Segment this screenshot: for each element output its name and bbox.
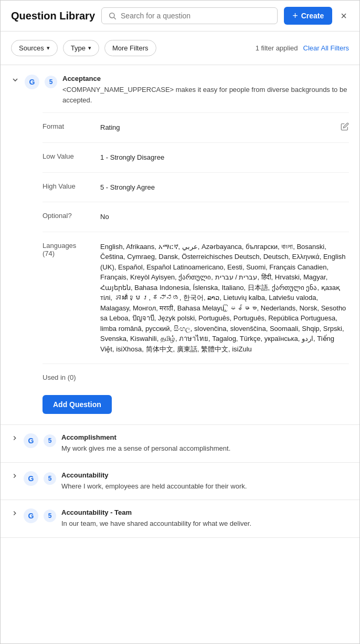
- filter-bar: Sources ▾ Type ▾ More Filters 1 filter a…: [1, 32, 359, 65]
- collapse-icon: [11, 76, 19, 86]
- expand-icon: [11, 472, 18, 481]
- low-value: 1 - Strongly Disagree: [100, 152, 349, 163]
- list-item: G 5 Accomplishment My work gives me a se…: [1, 425, 359, 463]
- question-category: Accountability: [61, 471, 349, 479]
- edit-format-button[interactable]: [336, 122, 349, 133]
- search-icon: [108, 12, 117, 20]
- question-text-wrap: Accountability - Team In our team, we ha…: [61, 508, 349, 529]
- question-item-header-2[interactable]: G 5 Accountability - Team In our team, w…: [1, 500, 359, 537]
- low-value-row: Low Value 1 - Strongly Disagree: [43, 142, 349, 172]
- source-badge: G: [24, 433, 38, 448]
- format-row: Format Rating: [43, 112, 349, 142]
- optional-row: Optional? No: [43, 202, 349, 232]
- search-input[interactable]: [121, 12, 271, 20]
- question-details: Format Rating Low Value 1 - Strongly Dis…: [1, 112, 359, 424]
- source-badge-google: G: [25, 75, 39, 89]
- header: Question Library + Create ×: [1, 1, 359, 32]
- languages-value: English, Afrikaans, አማርኛ, عربي, Azərbaya…: [100, 242, 349, 355]
- high-value: 5 - Strongly Agree: [100, 182, 349, 193]
- optional-value: No: [100, 212, 349, 222]
- question-text-wrap: Accountability Where I work, employees a…: [61, 471, 349, 492]
- question-item-header-1[interactable]: G 5 Accountability Where I work, employe…: [1, 463, 359, 500]
- question-item-header-0[interactable]: G 5 Accomplishment My work gives me a se…: [1, 425, 359, 462]
- filter-applied-count: 1 filter applied: [256, 44, 298, 52]
- question-text: Where I work, employees are held account…: [61, 481, 349, 492]
- count-badge: 5: [44, 434, 56, 447]
- close-button[interactable]: ×: [338, 8, 349, 24]
- languages-count: (74): [43, 250, 90, 257]
- question-category: Accomplishment: [61, 433, 349, 441]
- question-text: My work gives me a sense of personal acc…: [61, 443, 349, 454]
- more-filters-button[interactable]: More Filters: [104, 40, 156, 56]
- chevron-down-icon: ▾: [88, 45, 91, 51]
- plus-icon: +: [292, 11, 298, 20]
- question-list: G 5 Acceptance <COMPANY_NAME_UPPERCASE> …: [1, 65, 359, 538]
- format-label: Format: [43, 122, 90, 130]
- question-text-wrap: Acceptance <COMPANY_NAME_UPPERCASE> make…: [62, 75, 349, 105]
- question-text-wrap: Accomplishment My work gives me a sense …: [61, 433, 349, 454]
- expanded-question-header[interactable]: G 5 Acceptance <COMPANY_NAME_UPPERCASE> …: [1, 65, 359, 112]
- svg-point-0: [110, 13, 114, 18]
- optional-label: Optional?: [43, 212, 90, 220]
- count-badge: 5: [45, 76, 57, 88]
- question-category: Accountability - Team: [61, 508, 349, 516]
- source-badge: G: [24, 508, 38, 523]
- clear-all-filters-button[interactable]: Clear All Filters: [303, 44, 349, 52]
- sources-filter-button[interactable]: Sources ▾: [11, 40, 58, 56]
- search-bar[interactable]: [101, 7, 278, 24]
- list-item: G 5 Accountability - Team In our team, w…: [1, 500, 359, 538]
- high-value-row: High Value 5 - Strongly Agree: [43, 172, 349, 202]
- count-badge: 5: [44, 472, 56, 485]
- question-text: <COMPANY_NAME_UPPERCASE> makes it easy f…: [62, 85, 349, 105]
- expanded-question-item: G 5 Acceptance <COMPANY_NAME_UPPERCASE> …: [1, 65, 359, 425]
- used-in: Used in (0): [43, 363, 349, 391]
- type-filter-button[interactable]: Type ▾: [63, 40, 99, 56]
- list-item: G 5 Accountability Where I work, employe…: [1, 463, 359, 501]
- expand-icon: [11, 510, 18, 518]
- languages-label: Languages: [43, 242, 90, 250]
- source-badge: G: [24, 471, 38, 486]
- high-value-label: High Value: [43, 182, 90, 190]
- low-value-label: Low Value: [43, 152, 90, 160]
- expand-icon: [11, 434, 18, 443]
- page-title: Question Library: [11, 10, 95, 22]
- count-badge: 5: [44, 510, 56, 522]
- question-category: Acceptance: [62, 75, 349, 82]
- chevron-down-icon: ▾: [47, 45, 50, 51]
- add-question-button[interactable]: Add Question: [43, 395, 112, 414]
- svg-line-1: [114, 17, 116, 19]
- question-text: In our team, we have shared accountabili…: [61, 518, 349, 529]
- languages-row: Languages (74) English, Afrikaans, አማርኛ,…: [43, 232, 349, 364]
- format-value: Rating: [100, 122, 326, 133]
- create-button[interactable]: + Create: [284, 7, 332, 25]
